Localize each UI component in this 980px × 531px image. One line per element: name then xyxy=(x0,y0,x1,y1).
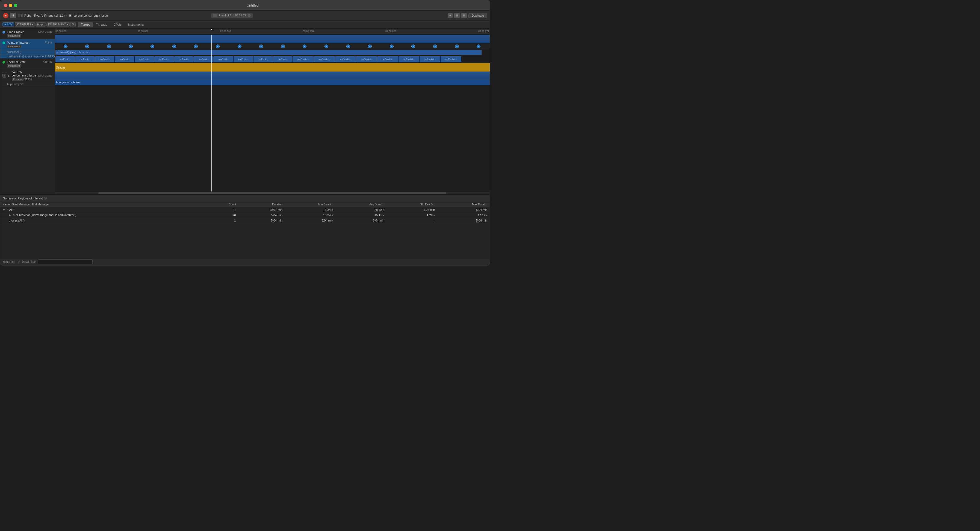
filter-group: ✦ ANY ATTRIBUTE ▾ target INSTRUMENT ▾ ⚙ xyxy=(2,22,76,27)
filter-attribute[interactable]: ATTRIBUTE ▾ xyxy=(15,22,35,27)
point-marker-7 xyxy=(194,45,198,48)
col-header-std[interactable]: Std Dev D... xyxy=(387,202,437,207)
col-header-max[interactable]: Max Durati... xyxy=(437,202,490,207)
runpred-chip-20: runPredict... xyxy=(441,56,461,62)
point-marker-5 xyxy=(151,45,154,48)
timeline-panel: 00:00.000 01:00.000 02:00.000 03:00.000 … xyxy=(55,29,490,194)
point-marker-6 xyxy=(172,45,176,48)
run-icon xyxy=(213,14,217,17)
instrument-label-poi: Points xyxy=(45,41,52,44)
expand-runpred-button[interactable]: ▶ xyxy=(9,213,11,216)
col-header-avg[interactable]: Avg Durati... xyxy=(335,202,387,207)
table-row-all[interactable]: ▼ * All * 21 10.07 min 13.34 s 28.78 s 1… xyxy=(0,207,490,213)
instrument-label-time-profiler: CPU Usage xyxy=(38,30,52,33)
processAll-chip: processAll() (Test): n/a → n/a xyxy=(56,50,482,55)
summary-table[interactable]: Name / Start Message / End Message Count… xyxy=(0,202,490,258)
chevron-coreml[interactable]: ▶ xyxy=(7,74,11,77)
runpred-chip-5: runPredi... xyxy=(135,56,154,62)
tab-threads[interactable]: Threads xyxy=(93,22,110,27)
track-processAll: processAll() (Test): n/a → n/a xyxy=(55,49,490,56)
project-name: coreml-concurrency-issue xyxy=(73,14,108,17)
instrument-name-thermal: Thermal State xyxy=(7,60,43,64)
process-badge: Process xyxy=(12,78,24,81)
filter-gear-button[interactable]: ⚙ xyxy=(70,22,76,27)
tab-instruments[interactable]: Instruments xyxy=(125,22,147,27)
col-header-duration[interactable]: Duration xyxy=(238,202,285,207)
stop-icon: ■ xyxy=(5,14,6,17)
filter-input[interactable] xyxy=(38,259,92,264)
track-points-row xyxy=(55,43,490,49)
table-row-processall[interactable]: processAll() 1 5.04 min 5.04 min 5.04 mi… xyxy=(0,218,490,223)
traffic-lights xyxy=(4,4,17,7)
row-processall-count: 1 xyxy=(207,218,238,223)
sub-label-processAll: processAll() xyxy=(7,51,21,54)
processAll-label: processAll() (Test): n/a → n/a xyxy=(57,51,89,54)
col-header-name[interactable]: Name / Start Message / End Message xyxy=(0,202,207,207)
timeline-tracks[interactable]: processAll() (Test): n/a → n/a runPredi.… xyxy=(55,35,490,191)
time-marker-5: 05:09.977 xyxy=(478,30,489,32)
row-all-max: 5.04 min xyxy=(437,207,490,213)
summary-panel: Summary: Regions of Interest ⓘ Name / St… xyxy=(0,194,490,265)
runpred-chip-9: runPredi... xyxy=(214,56,233,62)
instrument-points-of-interest[interactable]: Points of Interest Instrument Points xyxy=(0,39,55,50)
runpred-chip-18: runPredict... xyxy=(398,56,419,62)
toolbar: ■ ⏸ 📱 Robert Ryan's iPhone (16.1.1) › ▣ … xyxy=(0,11,490,21)
main-content: Time Profiler Instrument CPU Usage Point… xyxy=(0,29,490,194)
summary-header: Summary: Regions of Interest ⓘ xyxy=(0,195,490,202)
col-header-min[interactable]: Min Durati... xyxy=(285,202,335,207)
project-icon: ▣ xyxy=(68,14,72,17)
close-button[interactable] xyxy=(4,4,7,7)
track-coreml-cpu xyxy=(55,72,490,79)
process-id: 31959 xyxy=(25,78,32,81)
row-processall-max: 5.04 min xyxy=(437,218,490,223)
resize-button[interactable]: ⊟ xyxy=(454,13,460,18)
dot-thermal xyxy=(2,61,5,64)
track-thermal: Serious xyxy=(55,63,490,72)
info-icon[interactable]: ⓘ xyxy=(247,14,251,17)
titlebar: Untitled xyxy=(0,0,490,11)
row-processall-std: – xyxy=(387,218,437,223)
detail-filter-label: Detail Filter xyxy=(22,260,36,263)
runpred-chip-15: runPredict... xyxy=(335,56,356,62)
input-filter-label: Input Filter xyxy=(2,260,15,263)
split-button[interactable]: ⊞ xyxy=(461,13,467,18)
run-time: 00:05:09 xyxy=(235,14,246,17)
dot-time-profiler xyxy=(2,31,5,33)
tab-target[interactable]: Target xyxy=(78,22,93,27)
point-marker-15 xyxy=(368,45,372,48)
instrument-time-profiler[interactable]: Time Profiler Instrument CPU Usage xyxy=(0,29,55,39)
timeline-cursor-head xyxy=(210,29,213,30)
point-marker-18 xyxy=(433,45,437,48)
expand-coreml-button[interactable]: + xyxy=(2,74,6,78)
instrument-thermal[interactable]: Thermal State Instrument Current xyxy=(0,59,55,69)
time-marker-4: 04:00.000 xyxy=(385,30,396,32)
point-marker-16 xyxy=(390,45,394,48)
minimize-button[interactable] xyxy=(9,4,12,7)
instrument-badge-time-profiler: Instrument xyxy=(7,34,21,37)
row-all-duration: 10.07 min xyxy=(238,207,285,213)
filter-instrument[interactable]: INSTRUMENT ▾ xyxy=(46,22,70,27)
instrument-info-time-profiler: Time Profiler Instrument xyxy=(7,30,38,37)
runpred-chip-16: runPredict... xyxy=(356,56,377,62)
tab-cpus[interactable]: CPUs xyxy=(110,22,125,27)
col-header-count[interactable]: Count xyxy=(207,202,238,207)
stop-button[interactable]: ■ xyxy=(3,13,8,18)
row-all-avg: 28.78 s xyxy=(335,207,387,213)
row-runpred-duration: 5.04 min xyxy=(238,213,285,218)
table-row-runpred[interactable]: ▶ runPrediction(index:image:shouldAddCon… xyxy=(0,213,490,218)
maximize-button[interactable] xyxy=(14,4,17,7)
filter-any[interactable]: ✦ ANY xyxy=(2,22,14,27)
process-row-coreml[interactable]: + ▶ coreml-concurrency-issue Process 319… xyxy=(0,69,55,82)
point-marker-9 xyxy=(238,45,242,48)
add-instrument-button[interactable]: + xyxy=(448,13,453,18)
expand-all-button[interactable]: ▼ xyxy=(2,208,5,211)
duplicate-button[interactable]: Duplicate xyxy=(468,13,487,18)
filter-target[interactable]: target xyxy=(35,22,46,27)
thermal-state-label: Serious xyxy=(56,66,65,69)
pause-button[interactable]: ⏸ xyxy=(10,13,16,18)
horizontal-scrollbar[interactable] xyxy=(55,191,490,194)
time-marker-0: 00:00.000 xyxy=(56,30,66,32)
runpred-chip-1: runPredi... xyxy=(56,56,75,62)
row-all-count: 21 xyxy=(207,207,238,213)
row-runpred-min: 13.34 s xyxy=(285,213,335,218)
